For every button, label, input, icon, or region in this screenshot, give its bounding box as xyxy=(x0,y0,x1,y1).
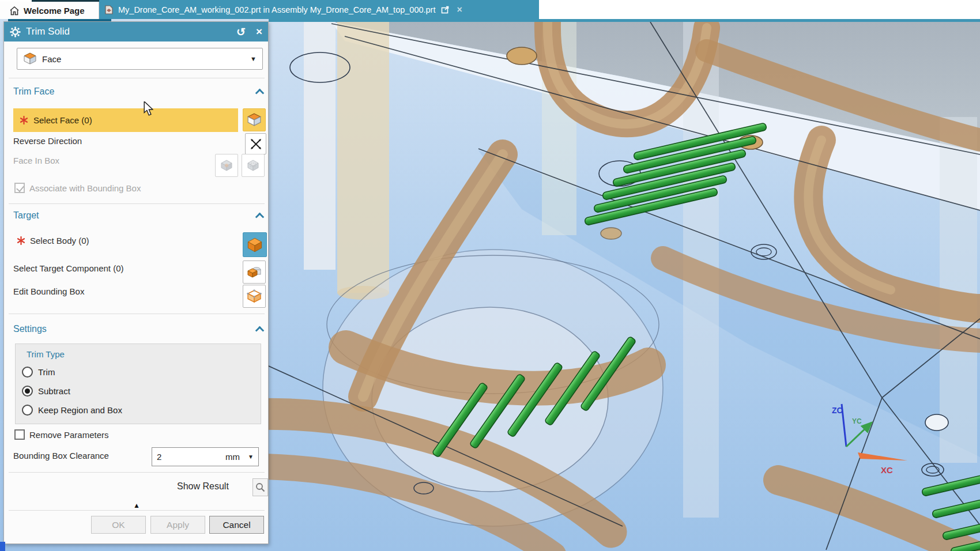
nx-application-window: ZC YC XC Welcome Page My_Drone_Core_A xyxy=(0,0,980,551)
radio-label-keep-region: Keep Region and Box xyxy=(38,405,122,415)
radio-label-subtract: Subtract xyxy=(38,386,70,396)
reverse-direction-button[interactable] xyxy=(245,133,266,154)
tab-close-icon[interactable]: × xyxy=(457,5,462,15)
collapse-chevron-settings[interactable] xyxy=(255,326,265,335)
associate-label: Associate with Bounding Box xyxy=(29,183,141,193)
tab-welcome-page[interactable]: Welcome Page xyxy=(0,2,99,19)
required-asterisk-icon xyxy=(17,236,25,245)
taskbar-corner xyxy=(0,542,5,551)
target-section-title: Target xyxy=(13,210,39,221)
gray-cube-icon xyxy=(220,158,233,172)
face-in-box-option-b-button[interactable] xyxy=(242,154,265,177)
tab-part-document[interactable]: My_Drone_Core_AM_working_002.prt in Asse… xyxy=(99,0,539,19)
collapse-chevron-trim-face[interactable] xyxy=(255,89,265,98)
dialog-title: Trim Solid xyxy=(26,26,236,37)
settings-section-title: Settings xyxy=(13,324,47,334)
trim-solid-dialog: Trim Solid ↺ × Face ▼ Trim Face Select xyxy=(3,21,269,544)
zc-axis-label: ZC xyxy=(832,406,843,415)
mouse-cursor xyxy=(142,101,155,116)
divider xyxy=(9,314,265,314)
edit-bounding-box-label: Edit Bounding Box xyxy=(13,286,84,296)
edit-bounding-box-button[interactable] xyxy=(243,285,266,308)
associate-checkbox[interactable] xyxy=(14,183,25,193)
show-result-label: Show Result xyxy=(177,481,229,492)
remove-parameters-label: Remove Parameters xyxy=(29,430,109,440)
radio-option-keep-region[interactable]: Keep Region and Box xyxy=(22,405,122,416)
trim-type-group: Trim Type Trim Subtract Keep Region and … xyxy=(15,344,261,424)
yc-axis-label: YC xyxy=(852,417,862,425)
ok-button[interactable]: OK xyxy=(91,516,146,534)
select-face-step[interactable]: Select Face (0) xyxy=(13,108,238,132)
clearance-unit: mm xyxy=(225,452,240,462)
divider xyxy=(9,472,265,473)
collapse-dialog-arrow[interactable]: ▲ xyxy=(127,501,146,510)
select-body-label: Select Body (0) xyxy=(30,236,89,246)
select-target-component-label: Select Target Component (0) xyxy=(13,263,124,273)
divider xyxy=(9,203,265,204)
dialog-header[interactable]: Trim Solid ↺ × xyxy=(4,22,268,41)
radio-label-trim: Trim xyxy=(38,367,55,377)
tab-part-label: My_Drone_Core_AM_working_002.prt in Asse… xyxy=(118,5,435,14)
radio-circle-selected[interactable] xyxy=(22,386,33,397)
type-selector-value: Face xyxy=(42,54,245,64)
trim-face-section-title: Trim Face xyxy=(13,86,54,97)
tab-welcome-label: Welcome Page xyxy=(24,6,85,16)
radio-circle[interactable] xyxy=(22,367,33,378)
radio-option-trim[interactable]: Trim xyxy=(22,367,55,378)
associate-bounding-box-row[interactable]: Associate with Bounding Box xyxy=(14,183,141,193)
cancel-button[interactable]: Cancel xyxy=(209,516,264,534)
select-body-button[interactable] xyxy=(243,232,267,257)
remove-parameters-checkbox[interactable] xyxy=(14,429,25,440)
show-result-button[interactable] xyxy=(252,478,268,496)
face-type-icon xyxy=(23,52,37,65)
bounding-box-clearance-label: Bounding Box Clearance xyxy=(13,451,109,461)
restore-window-icon[interactable] xyxy=(441,6,450,14)
select-face-label: Select Face (0) xyxy=(33,115,92,125)
chevron-down-icon: ▼ xyxy=(250,55,257,62)
remove-parameters-row[interactable]: Remove Parameters xyxy=(14,429,109,440)
component-icon xyxy=(247,265,262,279)
face-select-icon xyxy=(247,113,262,127)
apply-button[interactable]: Apply xyxy=(150,516,205,534)
divider xyxy=(9,510,265,511)
document-tab-bar: Welcome Page My_Drone_Core_AM_working_00… xyxy=(0,0,980,19)
bounding-box-icon xyxy=(247,289,262,303)
select-body-row[interactable]: Select Body (0) xyxy=(17,236,89,246)
face-in-box-option-a-button[interactable] xyxy=(215,154,238,177)
reverse-direction-icon xyxy=(250,138,262,150)
clearance-value[interactable]: 2 xyxy=(157,452,225,462)
radio-circle[interactable] xyxy=(22,405,33,416)
trim-type-selector[interactable]: Face ▼ xyxy=(17,48,263,70)
reverse-direction-label: Reverse Direction xyxy=(13,136,82,146)
radio-option-subtract[interactable]: Subtract xyxy=(22,386,70,397)
home-icon xyxy=(9,6,20,16)
dialog-reset-icon[interactable]: ↺ xyxy=(236,25,246,39)
select-target-component-button[interactable] xyxy=(243,261,266,284)
dialog-close-icon[interactable]: × xyxy=(256,25,262,38)
gray-cube-wire-icon xyxy=(246,158,260,172)
divider xyxy=(9,78,265,78)
part-document-icon xyxy=(105,5,114,14)
chevron-down-icon[interactable]: ▼ xyxy=(248,454,254,460)
select-face-button[interactable] xyxy=(243,108,266,131)
dialog-gear-icon xyxy=(10,27,21,37)
solid-body-icon xyxy=(247,237,263,252)
magnifier-icon xyxy=(255,482,265,492)
required-asterisk-icon xyxy=(20,116,28,124)
xc-axis-label: XC xyxy=(881,465,893,475)
bounding-box-clearance-field[interactable]: 2 mm ▼ xyxy=(152,447,259,466)
trim-type-group-label: Trim Type xyxy=(27,349,65,359)
face-in-box-label: Face In Box xyxy=(13,156,59,165)
viewport-top-border xyxy=(269,19,980,22)
collapse-chevron-target[interactable] xyxy=(255,213,265,222)
